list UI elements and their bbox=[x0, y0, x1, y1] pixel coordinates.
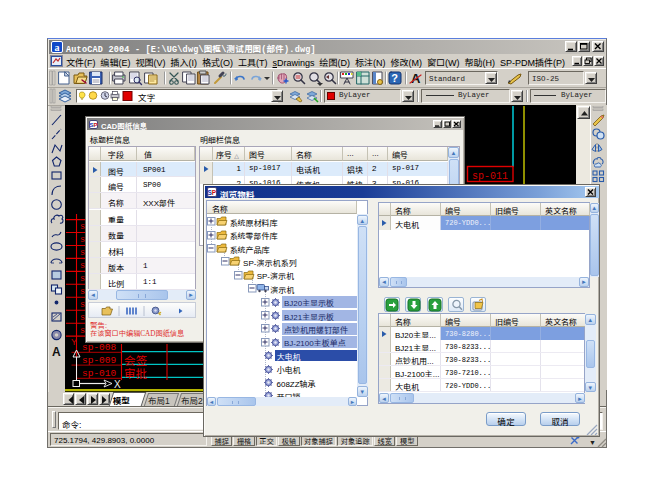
svg-text:?: ? bbox=[391, 72, 398, 84]
svg-text:A: A bbox=[52, 345, 61, 356]
svg-text:sp-011: sp-011 bbox=[472, 171, 508, 182]
svg-text:sp-008: sp-008 bbox=[82, 342, 117, 353]
svg-text:X: X bbox=[114, 379, 121, 390]
svg-text:审批: 审批 bbox=[124, 365, 147, 381]
svg-text:Y: Y bbox=[71, 337, 77, 347]
svg-text:sp-009: sp-009 bbox=[82, 355, 117, 366]
svg-text:sp-010: sp-010 bbox=[82, 368, 117, 379]
